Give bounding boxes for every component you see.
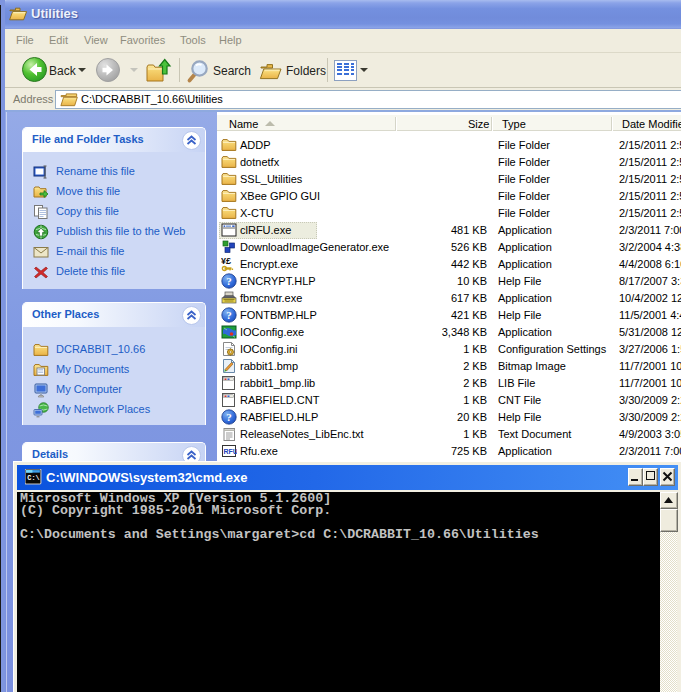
svg-text:RFU: RFU <box>224 448 238 455</box>
svg-text:¥£: ¥£ <box>221 256 231 266</box>
svg-text:C:\: C:\ <box>27 474 39 482</box>
